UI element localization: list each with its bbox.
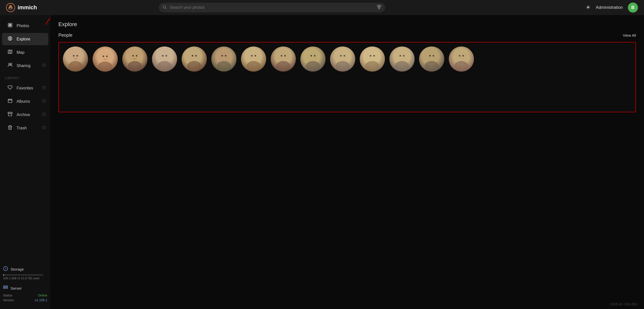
server-status-row: Status Online xyxy=(3,293,47,298)
user-avatar[interactable]: B xyxy=(628,3,638,13)
archive-icon xyxy=(7,112,13,118)
server-status-value: Online xyxy=(38,293,47,297)
explore-icon xyxy=(7,36,13,42)
person-avatar-9[interactable] xyxy=(300,46,326,72)
sharing-info-icon xyxy=(42,64,46,68)
svg-point-53 xyxy=(103,56,104,57)
svg-point-87 xyxy=(367,51,378,62)
face-svg-11 xyxy=(360,46,385,72)
svg-rect-11 xyxy=(10,24,11,25)
face-svg-12 xyxy=(389,46,415,72)
sidebar-item-trash[interactable]: Trash xyxy=(2,122,48,134)
sidebar-item-explore[interactable]: Explore xyxy=(2,33,48,45)
svg-point-76 xyxy=(276,61,290,71)
svg-point-94 xyxy=(403,55,405,57)
svg-rect-10 xyxy=(9,24,10,25)
trash-info-icon xyxy=(42,126,46,130)
person-avatar-2[interactable] xyxy=(93,46,118,72)
sidebar-item-map-label: Map xyxy=(17,50,24,55)
svg-point-67 xyxy=(218,51,229,62)
svg-point-60 xyxy=(157,61,172,71)
svg-rect-13 xyxy=(10,25,11,26)
storage-icon xyxy=(3,266,8,272)
svg-point-95 xyxy=(426,51,437,62)
svg-point-63 xyxy=(189,51,200,62)
storage-title: Storage xyxy=(11,267,24,271)
server-icon xyxy=(3,285,8,291)
people-row xyxy=(63,46,631,72)
person-avatar-13[interactable] xyxy=(419,46,444,72)
sidebar-item-favorites[interactable]: Favorites xyxy=(2,82,48,94)
svg-point-84 xyxy=(336,61,350,71)
main-layout: Photos Explore xyxy=(0,15,644,309)
arrow-decoration xyxy=(43,15,50,27)
sharing-icon xyxy=(7,63,13,69)
admin-label[interactable]: Administration xyxy=(596,5,623,10)
svg-point-59 xyxy=(159,51,170,62)
svg-rect-8 xyxy=(378,8,380,9)
svg-line-5 xyxy=(165,8,166,9)
sidebar-item-archive[interactable]: Archive xyxy=(2,109,48,121)
svg-point-78 xyxy=(284,55,286,57)
map-icon xyxy=(7,49,13,56)
person-avatar-7[interactable] xyxy=(241,46,266,72)
face-svg-14 xyxy=(449,46,474,72)
sidebar-item-trash-label: Trash xyxy=(17,126,27,130)
svg-rect-7 xyxy=(378,7,380,7)
svg-point-82 xyxy=(314,55,315,57)
svg-point-57 xyxy=(132,55,134,57)
footer-note: CSDN @ 小黑小黑白 xyxy=(610,302,638,306)
person-avatar-1[interactable] xyxy=(63,46,88,72)
sidebar-item-photos[interactable]: Photos xyxy=(2,20,48,32)
svg-rect-12 xyxy=(9,25,10,26)
storage-desc: 349.1 MiB of 10.8 TiB used xyxy=(3,277,47,280)
person-avatar-12[interactable] xyxy=(389,46,415,72)
svg-point-96 xyxy=(425,61,439,71)
logo-area: immich xyxy=(6,3,56,12)
svg-point-4 xyxy=(163,6,166,8)
sidebar-item-archive-label: Archive xyxy=(17,113,30,117)
sidebar-item-albums[interactable]: Albums xyxy=(2,95,48,108)
sidebar-item-sharing[interactable]: Sharing xyxy=(2,60,48,72)
svg-point-97 xyxy=(429,55,431,57)
svg-point-80 xyxy=(306,61,320,71)
view-all-button[interactable]: View All xyxy=(623,33,636,37)
topbar-right: ☀ Administration B xyxy=(586,3,638,13)
svg-point-72 xyxy=(247,61,261,71)
storage-bar-fill xyxy=(3,274,4,276)
sidebar: Photos Explore xyxy=(0,15,50,309)
face-svg-1 xyxy=(63,46,88,72)
svg-point-52 xyxy=(98,62,112,72)
person-avatar-10[interactable] xyxy=(330,46,355,72)
svg-point-93 xyxy=(399,55,401,57)
people-section-header: People View All xyxy=(58,33,636,38)
albums-info-icon xyxy=(42,99,46,104)
face-svg-3 xyxy=(122,46,147,72)
svg-point-101 xyxy=(459,55,460,57)
person-avatar-6[interactable] xyxy=(211,46,236,72)
logo-icon xyxy=(6,3,15,12)
svg-point-51 xyxy=(100,52,111,63)
theme-toggle-icon[interactable]: ☀ xyxy=(586,4,591,11)
svg-point-61 xyxy=(162,55,164,57)
person-avatar-3[interactable] xyxy=(122,46,147,72)
storage-section: Storage 349.1 MiB of 10.8 TiB used xyxy=(0,264,50,283)
svg-rect-44 xyxy=(4,287,8,288)
face-svg-9 xyxy=(300,46,326,72)
person-avatar-8[interactable] xyxy=(271,46,296,72)
person-avatar-5[interactable] xyxy=(182,46,207,72)
person-avatar-14[interactable] xyxy=(449,46,474,72)
person-avatar-11[interactable] xyxy=(360,46,385,72)
photos-icon xyxy=(7,23,13,29)
person-avatar-4[interactable] xyxy=(152,46,177,72)
svg-point-64 xyxy=(187,61,201,71)
search-input[interactable] xyxy=(159,3,385,12)
albums-icon xyxy=(7,98,13,105)
content-area: Explore People View All xyxy=(50,15,644,309)
svg-point-50 xyxy=(76,55,78,57)
sidebar-item-map[interactable]: Map xyxy=(2,46,48,59)
svg-point-48 xyxy=(68,61,83,71)
svg-point-16 xyxy=(10,38,11,39)
svg-rect-34 xyxy=(8,112,12,113)
filter-icon[interactable] xyxy=(377,5,382,11)
